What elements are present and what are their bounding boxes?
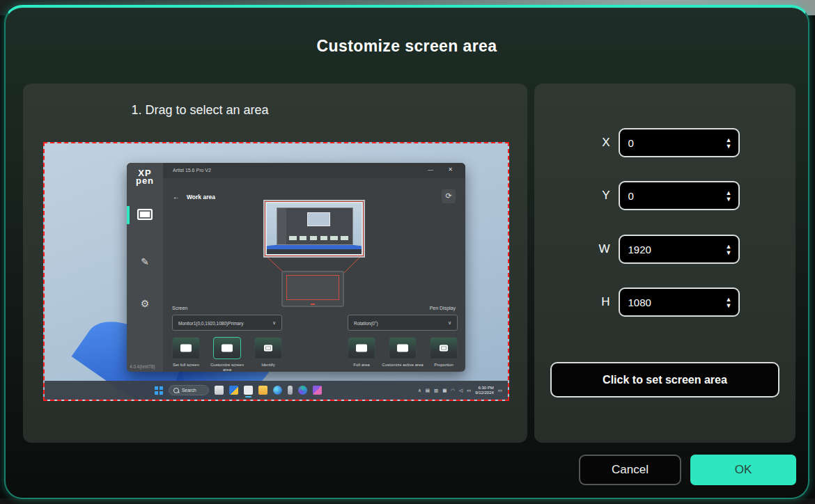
tray-icon: ▥ <box>434 388 438 393</box>
taskbar-system-tray: ∧ ▤ ▥ ▦ ◠ ◁ ▭ 6:30 PM 9/12/2024 ▭ <box>418 381 502 400</box>
xppen-logo: XP pen <box>127 169 163 184</box>
clock-time: 6:30 PM <box>475 386 494 391</box>
y-input[interactable] <box>620 182 738 209</box>
desktop-behind-bottom <box>0 498 815 504</box>
identify-tile <box>254 337 282 359</box>
y-label: Y <box>591 189 610 203</box>
driver-version: 4.0.4(test78) <box>130 364 155 369</box>
stepper-down-icon[interactable]: ▼ <box>726 143 732 149</box>
x-input-wrap: ▲ ▼ <box>619 128 740 157</box>
coordinates-panel: X ▲ ▼ Y ▲ ▼ W <box>534 84 795 443</box>
xppen-logo-bottom: pen <box>127 177 163 184</box>
taskbar-app-icon <box>229 386 238 395</box>
stepper-up-icon[interactable]: ▲ <box>726 244 732 249</box>
sidebar-item-pen: ✎ <box>127 251 163 274</box>
stepper-up-icon[interactable]: ▲ <box>726 137 732 143</box>
drag-select-panel: 1. Drag to select an area XP pen <box>23 84 527 443</box>
driver-sidebar: XP pen ✎ ⚙ 4.0.4(test78) <box>127 163 163 372</box>
identify-tile-icon <box>264 345 272 352</box>
customize-screen-area-tile <box>213 337 241 359</box>
taskbar-center-icons: Search <box>155 381 322 400</box>
monitor-select-value: Monitor1(0,0,1920,1080)Primary <box>178 321 244 326</box>
cancel-button[interactable]: Cancel <box>579 455 681 485</box>
tablet-tile-icon <box>356 345 367 352</box>
windows-taskbar: Search ∧ ▤ ▥ ▦ ◠ ◁ <box>45 381 508 400</box>
taskbar-clock: 6:30 PM 9/12/2024 <box>475 386 494 395</box>
tablet-tile-icon <box>397 345 408 352</box>
taskbar-app-icon-active <box>244 386 253 395</box>
edge-browser-icon <box>273 386 282 395</box>
battery-icon: ▭ <box>467 388 471 393</box>
clock-date: 9/12/2024 <box>475 391 494 395</box>
h-stepper[interactable]: ▲ ▼ <box>726 289 732 315</box>
search-label: Search <box>182 388 196 393</box>
taskbar-app-icon <box>313 386 322 395</box>
tile-label: Customize active area <box>382 363 424 368</box>
work-area-title: Work area <box>187 194 215 200</box>
customize-active-area-tile <box>389 337 417 359</box>
rotation-select-value: Rotation(0°) <box>354 321 378 326</box>
x-stepper[interactable]: ▲ ▼ <box>726 129 732 156</box>
taskbar-app-icon <box>298 386 307 395</box>
screen-preview-drag-area[interactable]: XP pen ✎ ⚙ 4.0.4(test78) <box>43 142 509 401</box>
h-label: H <box>591 295 610 309</box>
pen-tablet-outline <box>281 271 344 307</box>
monitor-thumbnail <box>265 201 364 256</box>
chevron-down-icon: ∨ <box>272 320 276 326</box>
field-row-h: H ▲ ▼ <box>534 287 795 317</box>
stepper-up-icon[interactable]: ▲ <box>726 297 732 302</box>
tile-label: Customize screen area <box>206 363 248 372</box>
mini-monitor-preview <box>307 212 329 226</box>
stepper-down-icon[interactable]: ▼ <box>726 196 732 202</box>
y-input-wrap: ▲ ▼ <box>619 181 740 210</box>
back-arrow-icon: ← <box>173 193 180 200</box>
driver-titlebar: Artist 15.6 Pro V2 — ✕ <box>163 163 465 178</box>
stepper-up-icon[interactable]: ▲ <box>726 190 732 196</box>
rotation-select-dropdown: Rotation(0°) ∨ <box>348 315 458 331</box>
w-stepper[interactable]: ▲ ▼ <box>726 236 732 262</box>
stepper-down-icon[interactable]: ▼ <box>726 250 732 255</box>
tablet-tick-mark <box>311 304 315 305</box>
screen-tile-icon <box>222 345 233 352</box>
volume-icon: ◁ <box>459 388 463 393</box>
x-label: X <box>591 136 610 150</box>
mini-taskbar <box>267 249 362 254</box>
wifi-icon: ◠ <box>451 388 455 393</box>
x-input[interactable] <box>620 129 738 156</box>
search-icon <box>173 388 179 393</box>
y-stepper[interactable]: ▲ ▼ <box>726 182 732 209</box>
file-explorer-icon <box>258 386 267 395</box>
chevron-up-icon: ∧ <box>418 388 421 393</box>
sidebar-item-settings: ⚙ <box>127 292 163 316</box>
taskbar-app-icon <box>215 386 224 395</box>
minimize-icon: — <box>428 166 433 173</box>
proportion-tile <box>430 337 458 359</box>
tile-label: Full area <box>341 363 382 368</box>
mini-driver-window <box>277 207 354 246</box>
taskbar-app-icon <box>288 386 293 395</box>
tile-label: Proportion <box>423 363 465 368</box>
notification-icon: ▭ <box>498 388 502 393</box>
driver-window-title: Artist 15.6 Pro V2 <box>173 168 211 173</box>
h-input[interactable] <box>620 289 738 315</box>
field-row-y: Y ▲ ▼ <box>534 180 795 211</box>
xppen-driver-window: XP pen ✎ ⚙ 4.0.4(test78) <box>127 163 465 372</box>
stepper-down-icon[interactable]: ▼ <box>726 303 732 308</box>
field-row-x: X ▲ ▼ <box>534 127 795 158</box>
active-accent-bar <box>127 206 130 224</box>
monitor-select-dropdown: Monitor1(0,0,1920,1080)Primary ∨ <box>172 315 282 331</box>
set-full-screen-tile <box>172 337 200 359</box>
w-input[interactable] <box>620 236 738 262</box>
drag-instruction: 1. Drag to select an area <box>33 103 367 118</box>
full-area-tile <box>348 337 375 359</box>
w-label: W <box>591 242 610 256</box>
taskbar-search: Search <box>169 385 209 395</box>
tray-icon: ▤ <box>426 388 430 393</box>
gear-icon: ⚙ <box>127 298 163 309</box>
ok-button[interactable]: OK <box>690 455 796 485</box>
customize-screen-area-dialog: Customize screen area 1. Drag to select … <box>4 5 809 499</box>
set-screen-area-button[interactable]: Click to set screen area <box>550 362 779 397</box>
monitor-thumbnail-desktop <box>267 203 362 254</box>
screen-tile-icon <box>180 345 192 352</box>
screen-section-label: Screen <box>172 306 187 310</box>
